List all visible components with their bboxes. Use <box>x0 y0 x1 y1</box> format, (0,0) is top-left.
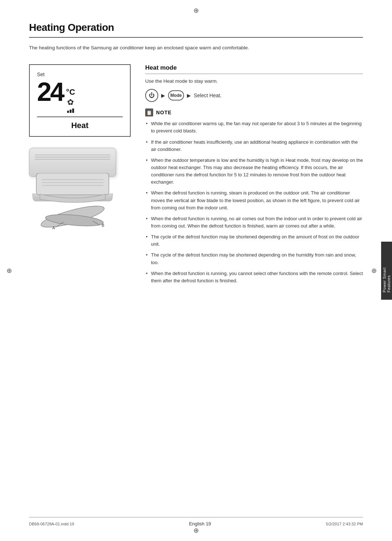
footer-page-number: English 19 <box>189 521 211 526</box>
lcd-icons-col: °C ✿ <box>66 84 75 113</box>
right-column: Heat mode Use the Heat mode to stay warm… <box>145 64 363 288</box>
note-label: NOTE <box>156 110 172 115</box>
lcd-signal-bars <box>67 108 74 113</box>
power-button-icon: ⏻ <box>145 89 158 102</box>
power-icon: ⏻ <box>149 92 155 99</box>
title-divider <box>29 37 363 38</box>
lcd-divider <box>37 116 123 117</box>
airflow-svg: A B <box>29 173 123 231</box>
note-list: While the air conditioner warms up, the … <box>145 120 363 284</box>
lcd-display: Set 24 °C ✿ Heat <box>29 64 131 137</box>
note-item-1: While the air conditioner warms up, the … <box>145 120 363 135</box>
note-icon: 📋 <box>145 108 153 116</box>
lcd-fan-icon: ✿ <box>67 98 74 107</box>
note-item-4: When the defrost function is running, st… <box>145 189 363 211</box>
lcd-mode-label: Heat <box>37 121 123 130</box>
note-item-3: When the outdoor temperature is low and … <box>145 157 363 186</box>
lcd-bar-1 <box>67 111 69 113</box>
mode-label-text: Mode <box>170 93 181 98</box>
svg-rect-0 <box>36 173 109 195</box>
heat-mode-description: Use the Heat mode to stay warm. <box>145 78 363 84</box>
airflow-diagram: A B <box>29 173 123 231</box>
mode-button-icon: Mode <box>168 90 184 101</box>
instruction-row: ⏻ ▶ Mode ▶ Select Heat. <box>145 89 363 102</box>
ac-image-container: A B <box>29 148 131 231</box>
grille-line-2 <box>35 157 110 157</box>
lcd-bar-2 <box>70 110 72 113</box>
lcd-bar-3 <box>72 108 74 113</box>
note-item-6: The cycle of the defrost function may be… <box>145 233 363 248</box>
footer-filename: DB68-06728A-01.indd 19 <box>29 522 74 526</box>
grille-line-3 <box>35 159 110 160</box>
ac-unit-grille <box>35 155 110 165</box>
note-item-8: When the defrost function is running, yo… <box>145 270 363 284</box>
grille-line-1 <box>35 155 110 155</box>
main-content: Set 24 °C ✿ Heat <box>29 64 363 288</box>
lcd-temp-row: 24 °C ✿ <box>37 79 123 113</box>
arrow-icon-1: ▶ <box>161 93 165 98</box>
note-item-7: The cycle of the defrost function may be… <box>145 251 363 266</box>
page-title: Heating Operation <box>29 22 363 33</box>
arrow-icon-2: ▶ <box>187 93 191 98</box>
lcd-degree-symbol: °C <box>66 87 75 97</box>
footer-timestamp: 5/2/2017 2:43:32 PM <box>326 522 363 526</box>
note-header: 📋 NOTE <box>145 108 363 116</box>
select-heat-text: Select Heat. <box>194 93 221 98</box>
left-column: Set 24 °C ✿ Heat <box>29 64 131 288</box>
note-item-2: If the air conditioner heats insufficien… <box>145 139 363 153</box>
heat-mode-section: Heat mode Use the Heat mode to stay warm… <box>145 64 363 284</box>
lcd-temperature: 24 <box>37 79 63 105</box>
lcd-set-label: Set <box>37 71 123 77</box>
note-item-5: When the defrost function is running, no… <box>145 215 363 230</box>
page-footer: DB68-06728A-01.indd 19 English 19 5/2/20… <box>29 517 363 526</box>
heat-mode-title: Heat mode <box>145 64 363 74</box>
page-subtitle: The heating functions of the Samsung air… <box>29 44 363 52</box>
diagram-label-a: A <box>52 226 55 230</box>
note-section: 📋 NOTE While the air conditioner warms u… <box>145 108 363 284</box>
diagram-label-b: B <box>102 223 104 228</box>
ac-unit-body <box>29 148 116 177</box>
